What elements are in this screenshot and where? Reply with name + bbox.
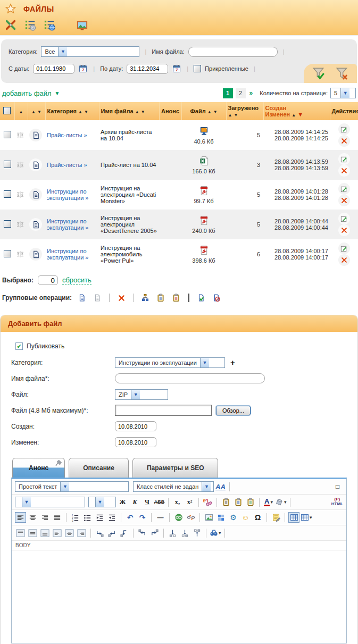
next-pages-icon[interactable]: » xyxy=(249,89,253,97)
sort-desc-icon[interactable]: ▼ xyxy=(234,113,238,118)
smiley-icon[interactable]: ☺ xyxy=(240,512,251,523)
cell-align-right-icon[interactable] xyxy=(76,528,87,538)
apply-filter-icon[interactable] xyxy=(311,66,327,81)
date-from-input[interactable] xyxy=(33,64,74,74)
move-handle-icon[interactable] xyxy=(16,161,24,169)
italic-icon[interactable]: K xyxy=(129,497,140,507)
cell-valign-bottom-icon[interactable] xyxy=(39,528,51,538)
insert-row-below-icon[interactable] xyxy=(179,528,190,538)
category-link[interactable]: Прайс-листы » xyxy=(47,132,87,138)
table-menu-icon[interactable]: ▾ xyxy=(301,512,312,523)
modified-field-input[interactable] xyxy=(115,437,156,447)
bold-icon[interactable]: Ж xyxy=(117,497,128,507)
sort-asc-icon[interactable]: ▲ xyxy=(78,110,82,114)
publish-selected-icon[interactable] xyxy=(196,292,206,303)
category-link[interactable]: Инструкции по эксплуатации » xyxy=(47,218,88,231)
cell-align-left-icon[interactable] xyxy=(52,528,63,538)
pin-icon[interactable] xyxy=(55,459,62,467)
insert-column-before-icon[interactable] xyxy=(137,528,148,538)
font-properties-icon[interactable]: AA xyxy=(215,481,226,492)
superscript-icon[interactable]: x² xyxy=(184,497,195,507)
edit-icon[interactable] xyxy=(338,242,350,254)
list-settings-icon[interactable] xyxy=(23,19,36,31)
row-checkbox[interactable] xyxy=(4,131,11,138)
date-to-input[interactable] xyxy=(127,64,168,74)
move-handle-icon[interactable] xyxy=(16,250,24,258)
insert-media-icon[interactable] xyxy=(215,512,227,523)
excel-file-icon[interactable] xyxy=(199,156,209,166)
calendar-icon[interactable] xyxy=(78,64,88,73)
align-right-icon[interactable] xyxy=(39,512,51,523)
strikethrough-icon[interactable]: АБВ xyxy=(154,497,165,507)
delete-icon[interactable] xyxy=(338,195,350,206)
selected-count-input[interactable] xyxy=(38,275,58,285)
paste-plain-icon[interactable] xyxy=(245,497,256,507)
unpublish-selected-icon[interactable] xyxy=(211,292,222,303)
tab-announce[interactable]: Анонс xyxy=(12,458,65,478)
find-replace-icon[interactable]: ▾ xyxy=(210,528,221,538)
undo-icon[interactable]: ↶ xyxy=(124,512,136,523)
row-checkbox[interactable] xyxy=(4,220,11,228)
filename-filter-input[interactable] xyxy=(188,47,278,57)
delete-cell-icon[interactable] xyxy=(119,528,130,538)
delete-icon[interactable] xyxy=(338,135,350,147)
font-family-select[interactable]: ▼ xyxy=(15,497,85,507)
pdf-file-icon[interactable] xyxy=(199,186,209,196)
reset-filter-icon[interactable] xyxy=(334,66,350,81)
tools-icon[interactable] xyxy=(4,19,17,31)
file-doc-icon[interactable] xyxy=(29,248,42,261)
select-all-checkbox[interactable] xyxy=(3,107,11,114)
remove-format-icon[interactable] xyxy=(202,497,213,507)
archive-file-icon[interactable] xyxy=(199,126,209,136)
pdf-file-icon[interactable] xyxy=(199,215,209,225)
delete-selected-icon[interactable] xyxy=(116,292,127,303)
copy-doc-icon[interactable] xyxy=(77,292,87,303)
subscript-icon[interactable]: x₂ xyxy=(172,497,183,507)
sort-position-icon[interactable]: ▲ xyxy=(19,110,23,114)
pdf-file-icon[interactable] xyxy=(199,245,209,255)
list-globe-icon[interactable] xyxy=(43,19,55,31)
sort-desc-icon[interactable]: ▼ xyxy=(37,110,41,114)
media-library-icon[interactable] xyxy=(76,19,88,31)
category-link[interactable]: Инструкции по эксплуатации » xyxy=(47,248,88,261)
insert-cell-after-icon[interactable] xyxy=(106,528,118,538)
align-left-icon[interactable] xyxy=(15,512,26,523)
maximize-icon[interactable]: □ xyxy=(332,481,343,492)
sort-asc-icon[interactable]: ▲ xyxy=(228,113,232,118)
row-checkbox[interactable] xyxy=(4,190,11,198)
tab-description[interactable]: Описание xyxy=(69,458,129,478)
copy-to-clipboard-icon[interactable] xyxy=(155,292,166,303)
page-button-2[interactable]: 2 xyxy=(236,88,246,98)
category-link[interactable]: Прайс-листы » xyxy=(47,162,87,168)
align-justify-icon[interactable] xyxy=(52,512,63,523)
move-to-category-icon[interactable] xyxy=(140,292,151,303)
insert-cell-before-icon[interactable] xyxy=(94,528,105,538)
cell-valign-top-icon[interactable] xyxy=(15,528,26,538)
publish-checkbox[interactable]: ✔ xyxy=(15,342,23,350)
page-button-1[interactable]: 1 xyxy=(223,88,233,98)
cell-valign-middle-icon[interactable] xyxy=(27,528,38,538)
sort-asc-icon[interactable]: ▲ xyxy=(135,110,139,114)
format-select[interactable]: Простой текст▼ xyxy=(15,481,129,492)
sort-asc-icon[interactable]: ▲ xyxy=(292,113,296,118)
file-doc-icon[interactable] xyxy=(29,218,42,231)
category-link[interactable]: Инструкции по эксплуатации » xyxy=(47,188,88,201)
paste-from-clipboard-icon[interactable] xyxy=(171,292,181,303)
sort-asc-icon[interactable]: ▲ xyxy=(207,110,212,114)
indent-icon[interactable] xyxy=(106,512,118,523)
add-file-link[interactable]: добавить файл▼ xyxy=(2,89,60,97)
insert-table-icon[interactable] xyxy=(288,512,299,523)
sort-desc-icon[interactable]: ▼ xyxy=(213,110,218,114)
sort-desc-icon[interactable]: ▼ xyxy=(141,110,145,114)
attached-checkbox[interactable] xyxy=(194,65,201,72)
move-handle-icon[interactable] xyxy=(16,190,24,199)
insert-row-above-icon[interactable] xyxy=(167,528,178,538)
edit-icon[interactable] xyxy=(338,123,350,135)
created-field-input[interactable] xyxy=(115,421,156,431)
file-upload-input[interactable] xyxy=(115,405,212,416)
horizontal-rule-icon[interactable]: — xyxy=(155,512,166,523)
row-checkbox[interactable] xyxy=(4,161,11,168)
sort-desc-active-icon[interactable]: ▼ xyxy=(297,111,303,118)
file-doc-icon[interactable] xyxy=(29,129,42,141)
background-color-icon[interactable]: ▾ xyxy=(275,497,287,507)
